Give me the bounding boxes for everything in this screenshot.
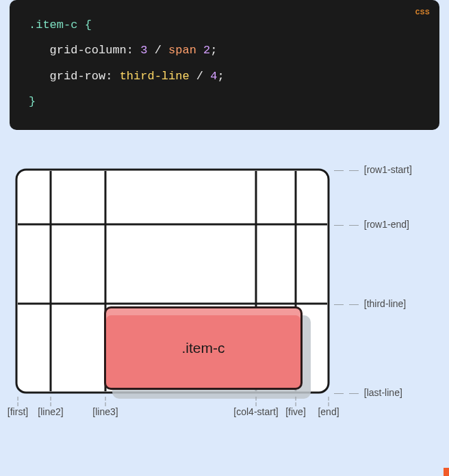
code-line-4: } [29,89,420,114]
slash: / [196,70,203,83]
language-badge: CSS [415,4,430,21]
row-label: — — [row1-start] [333,164,412,175]
col-label: ¦[end] [318,398,339,417]
selector: .item-c [29,18,77,31]
value-number: 2 [203,44,210,57]
col-label: ¦[col4-start] [233,398,278,417]
col-label: ¦[first] [8,398,28,417]
code-block: CSS .item-c { grid-column: 3 / span 2; g… [10,0,439,130]
row-label: — — [last-line] [333,387,402,398]
col-label: ¦[five] [285,398,306,417]
semicolon: ; [210,44,217,57]
value-number: 3 [140,44,147,57]
page-accent-tab [444,468,449,476]
col-label: ¦[line3] [92,398,118,417]
value-ident: third-line [120,70,190,83]
brace-open: { [85,18,92,31]
value-number: 4 [210,70,217,83]
keyword-span: span [168,44,196,57]
property: grid-row [50,70,106,83]
code-line-3: grid-row: third-line / 4; [29,64,420,89]
colon: : [105,70,112,83]
slash: / [155,44,162,57]
grid-diagram: .item-c — — [row1-start] — — [row1-end] … [10,168,439,442]
grid-item-label: .item-c [182,340,225,356]
brace-close: } [29,95,36,108]
colon: : [127,44,133,57]
col-label: ¦[line2] [38,398,63,417]
row-label: — — [row1-end] [333,219,409,230]
row-label: — — [third-line] [333,298,406,309]
property: grid-column [50,44,127,57]
grid-item-c: .item-c [104,306,303,390]
semicolon: ; [217,70,224,83]
code-line-1: .item-c { [29,12,420,38]
code-line-2: grid-column: 3 / span 2; [29,38,420,63]
